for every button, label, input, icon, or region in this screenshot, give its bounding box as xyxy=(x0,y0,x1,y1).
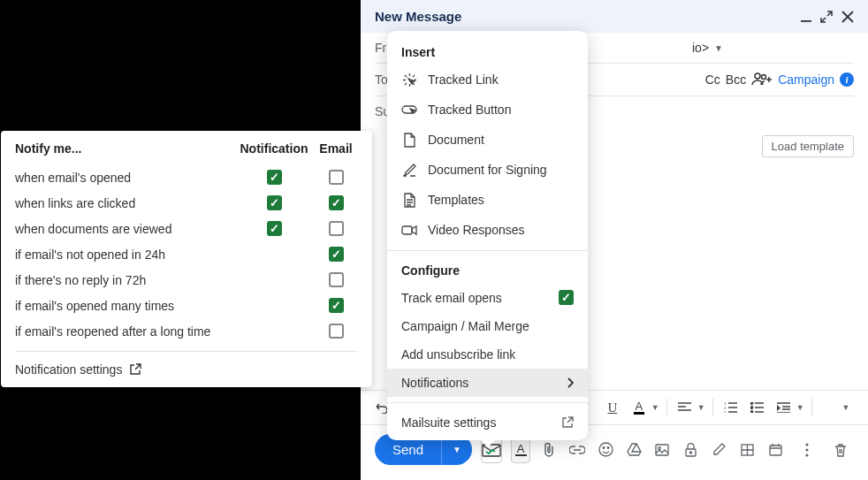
svg-rect-18 xyxy=(770,446,781,455)
notification-checkbox[interactable] xyxy=(267,221,282,236)
menu-document-signing[interactable]: Document for Signing xyxy=(387,155,588,185)
chevron-down-icon[interactable]: ▼ xyxy=(714,43,723,53)
email-checkbox[interactable] xyxy=(329,195,344,210)
emoji-icon[interactable] xyxy=(596,437,615,463)
email-checkbox[interactable] xyxy=(329,298,344,313)
minimize-icon[interactable] xyxy=(801,11,811,23)
email-checkbox[interactable] xyxy=(329,247,344,262)
campaign-link[interactable]: Campaign xyxy=(778,72,834,87)
calendar-icon[interactable] xyxy=(765,437,785,463)
notify-row-label: if email's reopened after a long time xyxy=(15,324,234,339)
external-link-icon xyxy=(561,416,574,429)
email-checkbox[interactable] xyxy=(329,170,344,185)
notify-row: if there's no reply in 72h xyxy=(15,267,358,293)
menu-tracked-link[interactable]: Tracked Link xyxy=(387,65,588,95)
notify-row: if email's reopened after a long time xyxy=(15,318,358,344)
menu-item-label: Document xyxy=(428,133,484,147)
menu-notifications[interactable]: Notifications xyxy=(387,369,588,397)
menu-video-responses[interactable]: Video Responses xyxy=(387,215,588,245)
close-icon[interactable] xyxy=(841,11,854,23)
menu-item-label: Document for Signing xyxy=(428,163,547,177)
svg-point-8 xyxy=(750,411,752,413)
configure-section-header: Configure xyxy=(387,256,588,283)
align-icon[interactable] xyxy=(674,396,696,419)
document-icon xyxy=(401,132,417,148)
menu-item-label: Tracked Button xyxy=(428,103,511,117)
bcc-link[interactable]: Bcc xyxy=(726,72,746,87)
pen-icon[interactable] xyxy=(709,437,728,463)
notify-row-label: when email's opened xyxy=(15,171,234,185)
link-icon[interactable] xyxy=(567,437,587,463)
menu-tracked-button[interactable]: Tracked Button xyxy=(387,95,588,125)
menu-unsubscribe[interactable]: Add unsubscribe link xyxy=(387,340,588,369)
compose-header-actions xyxy=(801,11,854,23)
indent-decrease-icon[interactable] xyxy=(773,396,795,419)
svg-point-12 xyxy=(607,447,609,449)
notification-checkbox[interactable] xyxy=(267,170,282,185)
notification-settings-link[interactable]: Notification settings xyxy=(15,359,358,377)
track-opens-checkbox[interactable] xyxy=(559,290,574,305)
menu-item-label: Video Responses xyxy=(428,223,524,237)
compose-title: New Message xyxy=(375,9,461,24)
chevron-down-icon[interactable]: ▼ xyxy=(796,403,804,412)
underline-icon[interactable]: U xyxy=(602,396,623,419)
contacts-picker-icon[interactable] xyxy=(751,72,773,88)
text-color-icon[interactable]: A xyxy=(628,396,650,419)
svg-point-2 xyxy=(762,75,766,80)
email-checkbox[interactable] xyxy=(329,221,344,236)
menu-item-label: Notifications xyxy=(401,376,468,390)
menu-divider xyxy=(387,402,588,403)
svg-point-10 xyxy=(599,443,613,456)
video-icon xyxy=(401,222,417,238)
numbered-list-icon[interactable]: 123 xyxy=(720,396,742,419)
chevron-down-icon[interactable]: ▼ xyxy=(651,403,659,412)
drive-icon[interactable] xyxy=(624,437,643,463)
compose-header: New Message xyxy=(361,0,868,33)
notify-row-label: when documents are viewed xyxy=(15,222,234,236)
expand-icon[interactable] xyxy=(820,11,833,23)
notification-checkbox[interactable] xyxy=(267,195,282,210)
notify-row-label: if email's not opened in 24h xyxy=(15,248,234,262)
notify-row-label: when links are clicked xyxy=(15,196,234,210)
svg-point-19 xyxy=(805,443,808,446)
svg-point-16 xyxy=(689,452,691,453)
more-format-dropdown[interactable] xyxy=(819,396,841,419)
menu-document[interactable]: Document xyxy=(387,125,588,155)
text-format-toggle-icon[interactable]: A xyxy=(511,437,530,463)
menu-divider xyxy=(387,250,588,251)
cc-link[interactable]: Cc xyxy=(705,72,720,87)
lock-icon[interactable] xyxy=(681,437,700,463)
image-icon[interactable] xyxy=(652,437,672,463)
menu-item-label: Track email opens xyxy=(401,291,502,305)
chevron-right-icon xyxy=(567,377,574,388)
menu-mailsuite-settings[interactable]: Mailsuite settings xyxy=(387,408,588,437)
notify-row-label: if email's opened many times xyxy=(15,299,234,313)
more-icon[interactable] xyxy=(794,437,820,463)
bulleted-list-icon[interactable] xyxy=(747,396,768,419)
menu-item-label: Templates xyxy=(428,193,484,207)
menu-track-opens[interactable]: Track email opens xyxy=(387,283,588,312)
email-checkbox[interactable] xyxy=(329,272,344,287)
notify-divider xyxy=(15,351,358,352)
svg-point-14 xyxy=(659,446,661,449)
notify-row: when email's opened xyxy=(15,164,358,190)
svg-text:3: 3 xyxy=(724,410,727,413)
svg-rect-23 xyxy=(402,226,412,234)
info-icon[interactable]: i xyxy=(840,72,854,87)
menu-campaign-merge[interactable]: Campaign / Mail Merge xyxy=(387,312,588,340)
attach-icon[interactable] xyxy=(539,437,559,463)
notify-row: if email's not opened in 24h xyxy=(15,241,358,267)
templates-icon xyxy=(401,192,417,208)
email-checkbox[interactable] xyxy=(329,324,344,339)
chevron-down-icon[interactable]: ▼ xyxy=(842,403,850,412)
notification-settings-panel: Notify me... Notification Email when ema… xyxy=(1,131,372,387)
chevron-down-icon[interactable]: ▼ xyxy=(697,403,705,412)
svg-point-21 xyxy=(805,453,808,456)
layout-icon[interactable] xyxy=(737,437,757,463)
insert-configure-menu: Insert Tracked Link Tracked Button Docum… xyxy=(387,31,588,440)
menu-templates[interactable]: Templates xyxy=(387,185,588,215)
signature-icon xyxy=(401,162,417,178)
load-template-button[interactable]: Load template xyxy=(762,135,854,157)
notify-row: if email's opened many times xyxy=(15,293,358,318)
trash-icon[interactable] xyxy=(827,437,854,463)
